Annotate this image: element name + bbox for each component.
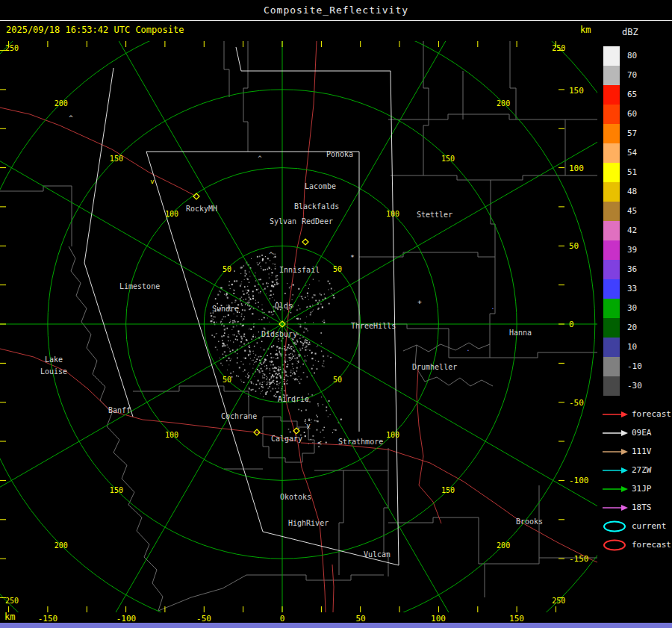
- radar-echo: [259, 263, 260, 264]
- radar-echo: [275, 256, 276, 258]
- horizontal-scrollbar[interactable]: [0, 623, 672, 628]
- city-label: Banff: [108, 406, 131, 414]
- radar-echo: [248, 377, 249, 379]
- colorbar-value: 54: [627, 143, 637, 163]
- colorbar-value: -10: [627, 357, 642, 376]
- radar-echo: [298, 355, 299, 355]
- radar-echo: [231, 302, 232, 303]
- radar-echo: [259, 383, 261, 385]
- radar-echo: [223, 326, 225, 327]
- map-symbol: *: [350, 254, 354, 261]
- radar-echo: [240, 341, 242, 343]
- radar-echo: [264, 349, 265, 351]
- radar-echo: [311, 439, 311, 440]
- map-symbol: v: [150, 178, 154, 185]
- radar-echo: [323, 361, 325, 362]
- radar-echo: [335, 290, 335, 290]
- radar-echo: [322, 306, 323, 308]
- radar-echo: [279, 383, 279, 384]
- radar-echo: [330, 414, 331, 415]
- radar-echo: [249, 350, 250, 351]
- radar-echo: [224, 351, 225, 352]
- radar-echo: [324, 437, 325, 438]
- radar-echo: [211, 320, 212, 322]
- radar-echo: [245, 273, 246, 274]
- radar-echo: [284, 377, 284, 378]
- legend-label: 27ZW: [632, 465, 652, 475]
- radar-echo: [260, 293, 261, 293]
- radar-echo: [241, 303, 243, 305]
- axis-label-y: 150: [569, 86, 584, 96]
- legend-label: 09EA: [632, 428, 652, 438]
- radar-echo: [319, 281, 320, 282]
- radar-echo: [246, 264, 246, 264]
- radar-echo: [249, 282, 250, 284]
- radar-echo: [305, 329, 307, 330]
- radar-echo: [222, 340, 223, 341]
- radar-echo: [238, 333, 239, 334]
- legend-label: forecast: [632, 540, 671, 550]
- radar-echo: [322, 365, 323, 367]
- radar-echo: [327, 355, 328, 356]
- azimuth-spoke: [0, 324, 282, 548]
- scan-sector-outline: [236, 47, 241, 71]
- radar-echo: [320, 293, 320, 293]
- radar-echo: [309, 285, 310, 285]
- radar-echo: [270, 373, 271, 375]
- radar-echo: [293, 346, 294, 347]
- radar-echo: [299, 376, 299, 377]
- colorbar-entry: 39: [603, 240, 671, 260]
- radar-echo: [273, 388, 274, 390]
- radar-echo: [261, 384, 263, 385]
- axis-label-y: 100: [569, 164, 584, 173]
- radar-echo: [269, 386, 270, 388]
- radar-echo: [277, 279, 279, 280]
- radar-echo: [245, 299, 246, 300]
- radar-echo: [247, 302, 249, 303]
- radar-echo: [249, 328, 250, 329]
- radar-echo: [238, 321, 239, 322]
- radar-echo: [234, 320, 235, 322]
- radar-echo: [287, 346, 288, 348]
- radar-echo: [308, 418, 310, 420]
- radar-echo: [291, 349, 292, 349]
- radar-echo: [215, 346, 217, 348]
- radar-echo: [240, 267, 242, 269]
- radar-echo: [294, 358, 296, 359]
- radar-echo: [265, 392, 267, 394]
- radar-echo: [305, 420, 306, 422]
- radar-echo: [243, 318, 244, 319]
- radar-echo: [252, 368, 253, 369]
- radar-echo: [286, 375, 287, 376]
- ring-label: 200: [497, 541, 510, 550]
- radar-echo: [241, 316, 243, 317]
- radar-echo: [312, 311, 313, 312]
- radar-echo: [308, 343, 309, 345]
- radar-echo: [281, 390, 281, 391]
- colorbar-entry: 33: [603, 279, 671, 299]
- radar-echo: [263, 362, 264, 364]
- radar-echo: [230, 373, 231, 374]
- map-symbol: ^: [69, 114, 73, 122]
- radar-echo: [302, 343, 304, 344]
- radar-echo: [272, 272, 273, 273]
- colorbar-entry: 20: [603, 318, 671, 338]
- radar-echo: [284, 391, 285, 391]
- radar-echo: [285, 359, 286, 360]
- radar-echo: [298, 288, 299, 290]
- radar-echo: [273, 377, 274, 378]
- radar-echo: [305, 359, 305, 360]
- radar-echo: [311, 368, 313, 370]
- radar-echo: [255, 391, 257, 392]
- radar-echo: [275, 388, 276, 390]
- axis-unit-top: km: [580, 25, 591, 35]
- legend-item: forecast: [602, 405, 671, 423]
- radar-echo: [250, 299, 251, 300]
- radar-echo: [283, 381, 284, 382]
- radar-echo: [306, 342, 308, 343]
- radar-echo: [329, 283, 331, 285]
- radar-echo: [293, 350, 294, 352]
- city-label: Limestone: [119, 282, 160, 290]
- legend-item: 31JP: [602, 479, 671, 498]
- radar-echo: [230, 321, 231, 322]
